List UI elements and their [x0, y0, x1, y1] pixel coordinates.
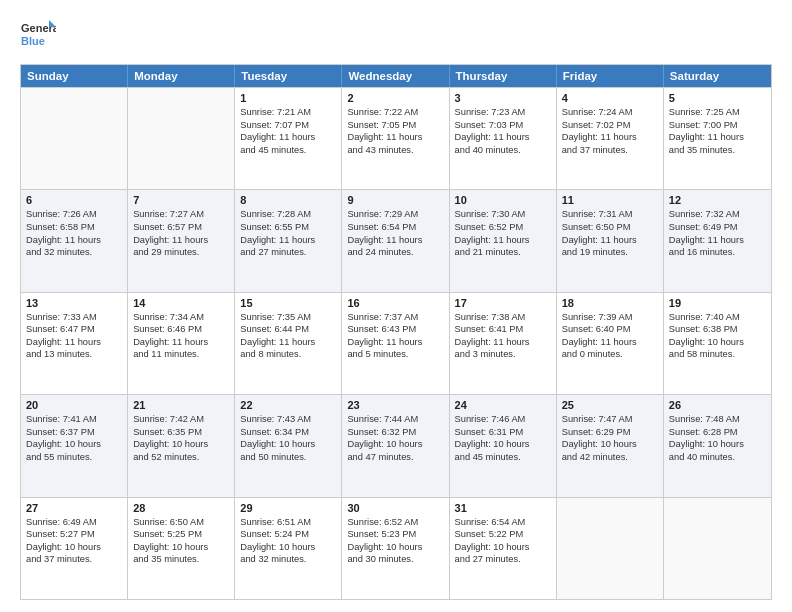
cell-text-line: and 32 minutes. [240, 553, 336, 566]
cell-text-line: Daylight: 10 hours [455, 541, 551, 554]
cell-text-line: Sunrise: 7:31 AM [562, 208, 658, 221]
day-cell-13: 13Sunrise: 7:33 AMSunset: 6:47 PMDayligh… [21, 293, 128, 394]
day-number-3: 3 [455, 92, 551, 104]
cell-text-line: Daylight: 10 hours [347, 438, 443, 451]
cell-text-line: and 21 minutes. [455, 246, 551, 259]
day-number-5: 5 [669, 92, 766, 104]
cell-text-line: Sunrise: 6:54 AM [455, 516, 551, 529]
cell-text-line: Sunrise: 7:24 AM [562, 106, 658, 119]
cell-text-line: Sunrise: 7:33 AM [26, 311, 122, 324]
cell-text-line: Sunset: 7:03 PM [455, 119, 551, 132]
cell-text-line: and 40 minutes. [669, 451, 766, 464]
cell-text-line: Sunset: 6:44 PM [240, 323, 336, 336]
cell-text-line: Sunrise: 7:40 AM [669, 311, 766, 324]
cell-text-line: Sunrise: 7:28 AM [240, 208, 336, 221]
cell-text-line: Daylight: 11 hours [347, 234, 443, 247]
cell-text-line: Sunset: 6:41 PM [455, 323, 551, 336]
cell-text-line: Sunset: 6:40 PM [562, 323, 658, 336]
cell-text-line: and 35 minutes. [669, 144, 766, 157]
cell-text-line: Sunrise: 7:26 AM [26, 208, 122, 221]
cell-text-line: Sunset: 5:25 PM [133, 528, 229, 541]
cell-text-line: Daylight: 11 hours [133, 336, 229, 349]
day-number-8: 8 [240, 194, 336, 206]
day-cell-15: 15Sunrise: 7:35 AMSunset: 6:44 PMDayligh… [235, 293, 342, 394]
cell-text-line: Sunrise: 7:42 AM [133, 413, 229, 426]
calendar: SundayMondayTuesdayWednesdayThursdayFrid… [20, 64, 772, 600]
day-number-6: 6 [26, 194, 122, 206]
cell-text-line: Sunset: 6:57 PM [133, 221, 229, 234]
header-day-sunday: Sunday [21, 65, 128, 87]
cell-text-line: Daylight: 10 hours [133, 438, 229, 451]
cell-text-line: Sunrise: 6:50 AM [133, 516, 229, 529]
cell-text-line: and 24 minutes. [347, 246, 443, 259]
logo: General Blue [20, 18, 56, 54]
day-number-19: 19 [669, 297, 766, 309]
cell-text-line: and 0 minutes. [562, 348, 658, 361]
cell-text-line: Sunset: 7:02 PM [562, 119, 658, 132]
cell-text-line: Sunset: 7:05 PM [347, 119, 443, 132]
cell-text-line: Sunset: 6:54 PM [347, 221, 443, 234]
cell-text-line: and 52 minutes. [133, 451, 229, 464]
cell-text-line: Sunrise: 7:37 AM [347, 311, 443, 324]
cell-text-line: and 30 minutes. [347, 553, 443, 566]
header-day-tuesday: Tuesday [235, 65, 342, 87]
cell-text-line: Sunset: 6:49 PM [669, 221, 766, 234]
cell-text-line: and 3 minutes. [455, 348, 551, 361]
day-cell-11: 11Sunrise: 7:31 AMSunset: 6:50 PMDayligh… [557, 190, 664, 291]
cell-text-line: Sunset: 5:23 PM [347, 528, 443, 541]
day-cell-8: 8Sunrise: 7:28 AMSunset: 6:55 PMDaylight… [235, 190, 342, 291]
day-number-26: 26 [669, 399, 766, 411]
day-cell-6: 6Sunrise: 7:26 AMSunset: 6:58 PMDaylight… [21, 190, 128, 291]
header-day-friday: Friday [557, 65, 664, 87]
day-cell-18: 18Sunrise: 7:39 AMSunset: 6:40 PMDayligh… [557, 293, 664, 394]
day-cell-21: 21Sunrise: 7:42 AMSunset: 6:35 PMDayligh… [128, 395, 235, 496]
day-cell-29: 29Sunrise: 6:51 AMSunset: 5:24 PMDayligh… [235, 498, 342, 599]
cell-text-line: Daylight: 10 hours [26, 438, 122, 451]
cell-text-line: Sunrise: 6:52 AM [347, 516, 443, 529]
cell-text-line: Sunrise: 7:27 AM [133, 208, 229, 221]
day-cell-14: 14Sunrise: 7:34 AMSunset: 6:46 PMDayligh… [128, 293, 235, 394]
cell-text-line: Sunrise: 7:25 AM [669, 106, 766, 119]
cell-text-line: Daylight: 11 hours [562, 234, 658, 247]
cell-text-line: Daylight: 10 hours [347, 541, 443, 554]
cell-text-line: Daylight: 11 hours [455, 234, 551, 247]
day-number-27: 27 [26, 502, 122, 514]
cell-text-line: Sunrise: 7:48 AM [669, 413, 766, 426]
cell-text-line: Sunrise: 7:41 AM [26, 413, 122, 426]
cell-text-line: Daylight: 11 hours [240, 336, 336, 349]
cell-text-line: Daylight: 10 hours [562, 438, 658, 451]
cell-text-line: Daylight: 11 hours [26, 234, 122, 247]
cell-text-line: Sunrise: 6:49 AM [26, 516, 122, 529]
cell-text-line: Daylight: 10 hours [133, 541, 229, 554]
cell-text-line: and 19 minutes. [562, 246, 658, 259]
empty-cell-0-0 [21, 88, 128, 189]
cell-text-line: Sunset: 6:50 PM [562, 221, 658, 234]
day-number-20: 20 [26, 399, 122, 411]
day-number-7: 7 [133, 194, 229, 206]
cell-text-line: Daylight: 11 hours [347, 336, 443, 349]
header-day-saturday: Saturday [664, 65, 771, 87]
cell-text-line: Daylight: 11 hours [455, 336, 551, 349]
cell-text-line: Daylight: 11 hours [562, 131, 658, 144]
day-number-17: 17 [455, 297, 551, 309]
cell-text-line: and 11 minutes. [133, 348, 229, 361]
day-cell-19: 19Sunrise: 7:40 AMSunset: 6:38 PMDayligh… [664, 293, 771, 394]
day-cell-5: 5Sunrise: 7:25 AMSunset: 7:00 PMDaylight… [664, 88, 771, 189]
cell-text-line: and 45 minutes. [240, 144, 336, 157]
cell-text-line: Daylight: 11 hours [562, 336, 658, 349]
header: General Blue [20, 18, 772, 54]
day-number-14: 14 [133, 297, 229, 309]
day-cell-9: 9Sunrise: 7:29 AMSunset: 6:54 PMDaylight… [342, 190, 449, 291]
day-cell-2: 2Sunrise: 7:22 AMSunset: 7:05 PMDaylight… [342, 88, 449, 189]
day-number-29: 29 [240, 502, 336, 514]
cell-text-line: Sunrise: 7:43 AM [240, 413, 336, 426]
cell-text-line: Sunset: 6:46 PM [133, 323, 229, 336]
page: General Blue SundayMondayTuesdayWednesda… [0, 0, 792, 612]
cell-text-line: Sunset: 6:32 PM [347, 426, 443, 439]
cell-text-line: and 42 minutes. [562, 451, 658, 464]
cell-text-line: Sunset: 5:24 PM [240, 528, 336, 541]
cell-text-line: Daylight: 11 hours [669, 234, 766, 247]
cell-text-line: and 58 minutes. [669, 348, 766, 361]
cell-text-line: and 37 minutes. [562, 144, 658, 157]
cell-text-line: and 45 minutes. [455, 451, 551, 464]
